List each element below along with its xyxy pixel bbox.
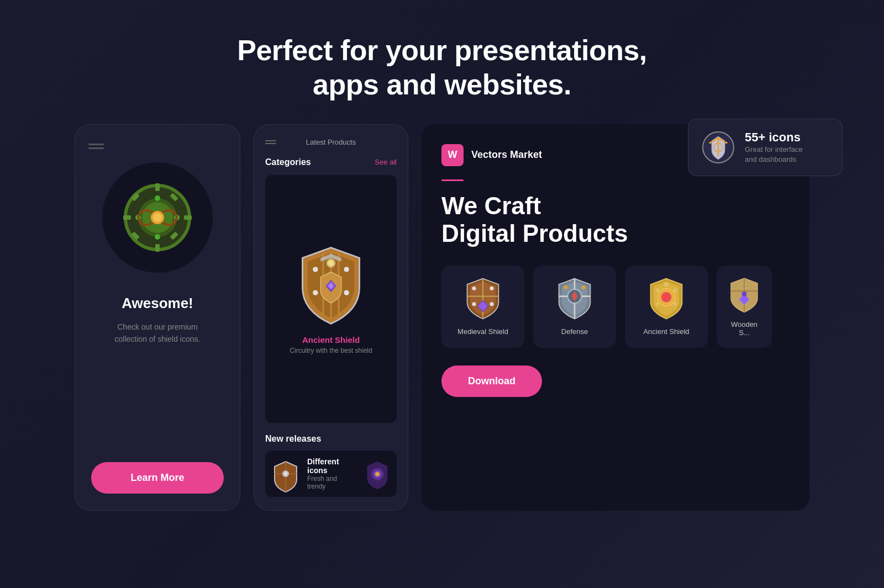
new-release-icon	[272, 460, 299, 488]
svg-point-39	[375, 472, 379, 476]
phone2-menu-icon	[265, 139, 276, 146]
icon-card-defense: Defense	[533, 266, 616, 348]
phone2-title: Latest Products	[306, 138, 356, 146]
icon-card-ancient: Ancient Shield	[625, 266, 708, 348]
brand-logo: W	[441, 144, 464, 166]
svg-point-26	[313, 290, 318, 295]
svg-point-17	[155, 195, 160, 201]
svg-point-27	[344, 290, 349, 295]
svg-point-58	[655, 288, 659, 292]
main-heading: We Craft Digital Products	[441, 192, 790, 248]
featured-icon-circle	[102, 162, 213, 273]
main-headline: Perfect for your presentations, apps and…	[237, 33, 647, 102]
phone-card-1: Awesome! Check out our premiumcollection…	[75, 124, 240, 511]
svg-point-59	[673, 288, 677, 292]
see-all-link[interactable]: See all	[375, 158, 397, 166]
phone-card-2: Latest Products Categories See all	[254, 124, 408, 511]
accent-line	[441, 179, 464, 181]
svg-point-57	[664, 282, 669, 287]
card1-title: Awesome!	[122, 295, 193, 312]
icon-label-medieval: Medieval Shield	[457, 327, 508, 336]
new-release-info: Different icons Fresh and trendy	[307, 457, 357, 490]
svg-point-52	[564, 285, 567, 289]
svg-point-46	[472, 302, 476, 306]
new-release-item: Different icons Fresh and trendy	[265, 451, 397, 497]
learn-more-button[interactable]: Learn More	[91, 462, 224, 494]
svg-point-60	[655, 302, 659, 306]
featured-name: Ancient Shield	[302, 335, 360, 345]
svg-point-25	[344, 267, 349, 272]
svg-point-65	[742, 292, 747, 296]
svg-point-16	[153, 213, 162, 222]
icon-label-ancient: Ancient Shield	[643, 327, 689, 336]
brand-name: Vectors Market	[471, 149, 542, 161]
featured-shield-box: Ancient Shield Circuitry with the best s…	[265, 175, 397, 423]
new-releases-label: New releases	[265, 434, 397, 444]
badge-subtitle: Great for interfaceand dashboards	[745, 145, 803, 165]
menu-icon	[88, 141, 227, 151]
nr-thumb	[365, 460, 390, 488]
svg-point-36	[284, 472, 287, 475]
svg-rect-6	[155, 244, 160, 252]
icon-card-wooden: Wooden S...	[717, 266, 772, 348]
svg-point-53	[581, 285, 585, 289]
categories-label: Categories	[265, 157, 311, 167]
phone2-header: Latest Products	[265, 138, 397, 146]
featured-desc: Circuitry with the best shield	[290, 347, 372, 354]
svg-point-61	[673, 302, 677, 306]
icons-grid: Medieval Shield Defense	[441, 266, 790, 348]
nr-sub: Fresh and trendy	[307, 475, 357, 490]
badge-icon	[702, 131, 735, 164]
card1-description: Check out our premiumcollection of shiel…	[115, 321, 201, 346]
svg-rect-5	[155, 183, 160, 191]
svg-point-24	[313, 267, 318, 272]
svg-rect-7	[123, 215, 131, 220]
header: Perfect for your presentations, apps and…	[226, 0, 658, 124]
badge-info: 55+ icons Great for interfaceand dashboa…	[745, 130, 803, 165]
svg-point-32	[328, 261, 333, 266]
icon-card-medieval: Medieval Shield	[441, 266, 524, 348]
categories-header: Categories See all	[265, 157, 397, 167]
svg-point-56	[664, 295, 669, 300]
svg-point-45	[490, 287, 493, 290]
main-card: W Vectors Market We Craft Digital Produc…	[422, 124, 809, 511]
badge-count: 55+ icons	[745, 130, 803, 145]
svg-rect-8	[184, 215, 192, 220]
svg-point-44	[472, 287, 476, 290]
icons-badge: 55+ icons Great for interfaceand dashboa…	[688, 119, 843, 176]
icon-label-defense: Defense	[561, 327, 588, 336]
svg-point-19	[155, 234, 160, 240]
download-button[interactable]: Download	[441, 365, 542, 397]
icon-label-wooden: Wooden S...	[728, 320, 761, 337]
svg-point-47	[490, 302, 493, 306]
nr-title: Different icons	[307, 457, 357, 475]
